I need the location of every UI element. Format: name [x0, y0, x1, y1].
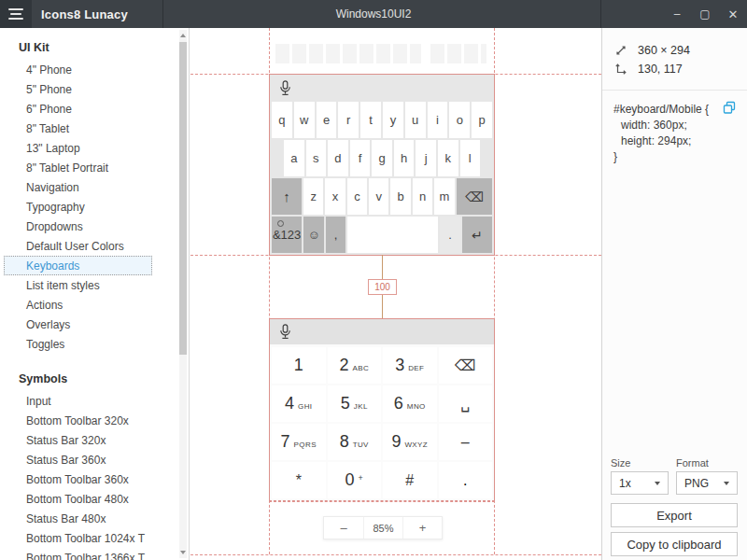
numpad-row-3: 7PQRS8TUV9WXYZ–	[270, 423, 494, 461]
scrollbar-thumb[interactable]	[179, 42, 187, 355]
sidebar-item[interactable]: Bottom Toolbar 360x	[0, 469, 189, 489]
zoom-in-button[interactable]: +	[402, 517, 442, 539]
sidebar-item[interactable]: Bottom Toolbar 320x	[0, 411, 189, 430]
sidebar-item[interactable]: Bottom Toolbar 480x	[0, 489, 189, 509]
close-button[interactable]: ✕	[719, 0, 747, 28]
keyboard-key[interactable]: h	[394, 140, 415, 176]
keyboard-key[interactable]: t	[360, 102, 381, 138]
scroll-up-arrow-icon[interactable]	[180, 34, 186, 37]
numpad-key[interactable]: *	[272, 462, 326, 498]
sidebar-item[interactable]: Toggles	[0, 334, 189, 354]
sidebar-item[interactable]: 5" Phone	[0, 79, 189, 99]
numpad-key[interactable]: 5JKL	[328, 385, 382, 422]
keyboard-key[interactable]: ↑	[272, 178, 302, 215]
keyboard-key[interactable]: x	[325, 178, 345, 215]
keyboard-key[interactable]: ,	[326, 217, 346, 253]
maximize-button[interactable]: ▢	[691, 0, 719, 28]
keyboard-key[interactable]: y	[383, 102, 403, 138]
keyboard-key[interactable]: ☺	[303, 217, 324, 253]
sidebar-item[interactable]: Status Bar 480x	[0, 509, 189, 528]
qwerty-keyboard-artboard[interactable]: qwertyuiop asdfghjkl ↑zxcvbnm⌫ &123☺,.↵	[269, 74, 495, 256]
numpad-key[interactable]: 0+	[328, 462, 382, 498]
keyboard-key[interactable]: v	[369, 178, 388, 215]
design-canvas[interactable]: qwertyuiop asdfghjkl ↑zxcvbnm⌫ &123☺,.↵ …	[190, 28, 601, 560]
sidebar-item[interactable]: List item styles	[0, 275, 189, 295]
size-select[interactable]: 1x	[611, 471, 669, 495]
numpad-key[interactable]: 1	[272, 347, 326, 384]
zoom-level[interactable]: 85%	[363, 517, 402, 539]
numpad-key[interactable]: ⌫	[439, 347, 493, 384]
numpad-key[interactable]: ␣	[439, 385, 493, 422]
keyboard-key[interactable]: p	[472, 102, 492, 138]
qwerty-row-3: ↑zxcvbnm⌫	[270, 177, 494, 216]
sidebar-item[interactable]: Keyboards	[4, 256, 152, 275]
keyboard-key[interactable]: &123	[272, 217, 302, 253]
keyboard-key[interactable]: u	[405, 102, 426, 138]
copy-to-clipboard-button[interactable]: Copy to clipboard	[611, 532, 738, 556]
export-button[interactable]: Export	[611, 503, 738, 527]
sidebar-item[interactable]: Input	[0, 391, 189, 411]
keyboard-key[interactable]: o	[449, 102, 470, 138]
numpad-key[interactable]: 9WXYZ	[383, 424, 437, 460]
keyboard-key[interactable]: d	[328, 140, 348, 176]
keyboard-key[interactable]: j	[416, 140, 436, 176]
keyboard-key[interactable]: s	[306, 140, 327, 176]
sidebar-item[interactable]: 4" Phone	[0, 60, 189, 79]
sidebar-item[interactable]: Bottom Toolbar 1024x T	[0, 528, 189, 548]
keyboard-key[interactable]: f	[350, 140, 371, 176]
format-select[interactable]: PNG	[676, 471, 738, 495]
guide-line	[190, 554, 601, 555]
numpad-key[interactable]: #	[383, 462, 437, 498]
keyboard-key[interactable]: z	[303, 178, 323, 215]
numpad-key[interactable]: –	[439, 424, 493, 460]
numpad-key[interactable]: 3DEF	[383, 347, 437, 384]
minimize-button[interactable]: –	[663, 0, 691, 28]
keyboard-key[interactable]: l	[460, 140, 481, 176]
keyboard-key[interactable]: q	[272, 102, 292, 138]
hamburger-menu-icon[interactable]	[0, 0, 32, 28]
numpad-key[interactable]: 4GHI	[272, 385, 326, 422]
keyboard-key[interactable]: ⌫	[457, 178, 492, 215]
numpad-key[interactable]: 6MNO	[383, 385, 437, 422]
zoom-out-button[interactable]: –	[324, 517, 363, 539]
sidebar-item[interactable]: 8" Tablet	[0, 119, 189, 138]
sidebar-item[interactable]: Overlays	[0, 315, 189, 334]
sidebar-item[interactable]: 6" Phone	[0, 99, 189, 119]
keyboard-key[interactable]: .	[440, 217, 460, 253]
keyboard-key[interactable]: e	[317, 102, 337, 138]
sidebar-item[interactable]: Status Bar 320x	[0, 430, 189, 450]
sidebar-item[interactable]: Default User Colors	[0, 236, 189, 256]
scroll-down-arrow-icon[interactable]	[180, 551, 186, 554]
keyboard-key[interactable]	[347, 217, 438, 253]
titlebar-separator	[600, 0, 601, 28]
numpad-key[interactable]: 2ABC	[328, 347, 382, 384]
sidebar-scrollbar[interactable]	[179, 30, 187, 558]
sidebar-item[interactable]: Status Bar 360x	[0, 450, 189, 469]
keyboard-key[interactable]: m	[434, 178, 454, 215]
keyboard-key[interactable]: w	[294, 102, 315, 138]
position-icon	[614, 63, 627, 76]
keyboard-key[interactable]: g	[372, 140, 392, 176]
sidebar-item[interactable]: Typography	[0, 197, 189, 217]
clipped-artboard-above[interactable]	[275, 44, 486, 63]
copy-css-icon[interactable]	[723, 101, 737, 115]
keyboard-key[interactable]: i	[428, 102, 448, 138]
keyboard-key[interactable]: a	[284, 140, 304, 176]
numpad-key[interactable]: 7PQRS	[272, 424, 326, 460]
keyboard-key[interactable]: k	[438, 140, 458, 176]
sidebar-item[interactable]: Dropdowns	[0, 217, 189, 236]
sidebar-item[interactable]: 8" Tablet Portrait	[0, 158, 189, 177]
keyboard-key[interactable]: r	[338, 102, 359, 138]
keyboard-key[interactable]: n	[413, 178, 432, 215]
numpad-key[interactable]: .	[439, 462, 493, 498]
keyboard-key[interactable]: ↵	[462, 217, 492, 253]
sidebar-item[interactable]: 13" Laptop	[0, 138, 189, 158]
sidebar-item[interactable]: Navigation	[0, 177, 189, 197]
keyboard-key[interactable]: c	[347, 178, 367, 215]
keyboard-key[interactable]: b	[390, 178, 410, 215]
numpad-keyboard-artboard[interactable]: 12ABC3DEF⌫ 4GHI5JKL6MNO␣ 7PQRS8TUV9WXYZ–…	[269, 318, 495, 501]
sidebar-item[interactable]: Actions	[0, 295, 189, 315]
sidebar-item[interactable]: Bottom Toolbar 1366x T	[0, 548, 189, 560]
titlebar: Icons8 Lunacy Windows10UI2 – ▢ ✕	[0, 0, 747, 28]
numpad-key[interactable]: 8TUV	[328, 424, 382, 460]
